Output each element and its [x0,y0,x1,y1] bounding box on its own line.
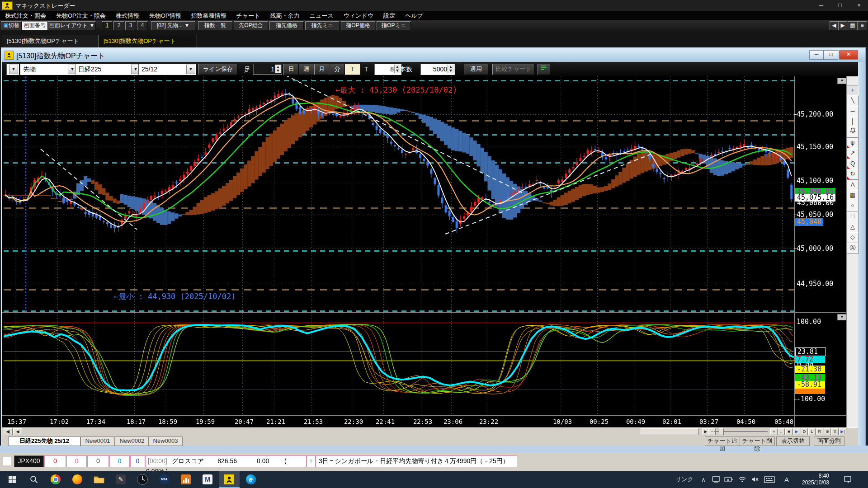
chart-nav-button-＋[interactable]: ＋ [770,428,778,435]
screen-tab-4[interactable]: 4 [137,21,148,30]
price-pane-collapse-icon[interactable]: ▼ [837,78,847,84]
ashi-spinner[interactable] [275,65,281,73]
ashi-input[interactable]: 1 [253,64,282,75]
menu-item[interactable]: チャート [231,11,265,21]
taskbar-clock-icon[interactable] [132,471,153,488]
period-button-4[interactable]: 分 [330,64,345,75]
taskbar-clock[interactable]: 8:402025/10/03 [794,471,837,488]
quick-button[interactable]: 指先ミニ [305,21,340,30]
symbol-dropdown[interactable]: 日経225▼ [75,64,141,75]
chart-nav-button-▶[interactable]: ▶ [793,428,800,435]
period-button-1[interactable]: 日 [283,64,299,75]
chart-sheet-tab[interactable]: 日経225先物 25/12 [8,436,80,446]
quick-button[interactable]: 指OPミニ [377,21,411,30]
text-tool[interactable]: A [847,180,859,191]
period-button-3[interactable]: 月 [314,64,330,75]
chart-nav-button-R[interactable]: R [816,428,823,435]
taskbar-chrome-icon[interactable] [45,471,66,488]
ellipse-tool[interactable]: ○ [847,201,859,211]
compare-chart-button[interactable]: 比較チャート [492,64,535,75]
chart-nav-button-L[interactable]: L [808,428,816,435]
osc-pane-collapse-icon[interactable]: ▼ [837,314,847,320]
app-minimize-button[interactable]: ─ [812,0,830,11]
layout-list-icon[interactable]: ≡ [857,21,867,30]
chart-bottom-button[interactable]: チャート追加 [705,436,740,446]
chart-nav-button-↔[interactable]: ↔ [778,428,785,435]
switch-button[interactable]: ▣切替 [1,21,22,30]
quick-button[interactable]: 指OP価格 [341,21,375,30]
quote-tool[interactable]: Q [847,159,859,169]
trendline-tool[interactable]: ╲ [847,95,859,106]
menu-item[interactable]: 先物OP注文・照会 [51,11,111,21]
chart-minimize-button[interactable]: ─ [809,50,824,60]
trend-arrow-tool[interactable]: ↗ [847,148,859,159]
eraser-tool[interactable]: ◇ [847,232,859,243]
status-symbol[interactable]: JPX400 [14,455,44,467]
hline-tool[interactable]: ─ [847,106,859,117]
taskbar-folder-icon[interactable] [89,471,109,488]
menu-item[interactable]: 設定 [378,11,400,21]
zoom-slider-knob[interactable] [719,428,724,435]
text-eraser-tool[interactable]: Ⓐ [847,243,859,254]
menu-item[interactable]: 株式情報 [111,11,144,21]
tray-ime-keyboard-icon[interactable] [763,471,776,488]
chart-nav-button-■[interactable]: ■ [785,428,793,435]
chart-nav-button-D[interactable]: D [801,428,808,435]
tray-wifi-icon[interactable] [736,471,749,488]
menu-item[interactable]: ウィンドウ [338,11,378,21]
mdi-tab[interactable]: [5130]指数先物OPチャート [2,35,100,48]
cycle-tool[interactable]: ↻ [847,169,859,180]
app-maximize-button[interactable]: □ [831,0,849,11]
app-close-button[interactable]: × [850,0,868,11]
chart-bottom-button[interactable]: 表示切替 [776,436,810,446]
window-next-icon[interactable]: ▶ [838,21,847,30]
alert-tool[interactable] [847,127,859,138]
chart-window-titlebar[interactable] [2,48,865,62]
screen-tab-2[interactable]: 2 [113,21,124,30]
crosshair-tool[interactable]: ＋ [847,85,859,96]
chart-canvas[interactable] [2,76,846,427]
screen-number-button[interactable]: 画面番号 [22,21,48,30]
vline-tool[interactable]: │ [847,117,859,127]
bars-count-input[interactable]: 5000 [420,64,455,75]
status-checkbox[interactable] [3,457,11,465]
save-lines-button[interactable]: ライン保存 [198,64,238,75]
news-up-icon[interactable]: ↑ [307,455,316,467]
menu-item[interactable]: 残高・余力 [265,11,305,21]
screen-tab-3[interactable]: 3 [125,21,136,30]
taskbar-mt4-icon[interactable]: MT4 [154,471,175,488]
quick-button[interactable]: 先OP総合 [234,21,268,30]
mini-dropdown[interactable]: ▼ [6,64,19,75]
chart-sheet-tab[interactable]: New0003 [148,436,183,446]
apply-button[interactable]: 適用 [464,64,488,75]
taskbar-search-icon[interactable] [24,471,44,488]
bars-spinner[interactable] [448,65,454,73]
screen-layout-button[interactable]: 画面レイアウト ▼ [48,21,96,30]
chart-maximize-button[interactable]: □ [824,50,838,60]
tray-volume-muted-icon[interactable] [749,471,761,488]
taskbar-firefox-icon[interactable] [67,471,88,488]
notification-center-icon[interactable] [840,471,855,488]
news-ticker[interactable]: 3日＝シンガポール・日経平均先物寄り付き４万4990円（－25円） [316,455,517,467]
taskbar-monex-icon[interactable] [219,471,240,488]
tray-cast-icon[interactable] [710,471,722,488]
chart-nav-button-▶|[interactable]: ▶| [839,428,846,435]
tray-chevron-up-icon[interactable]: ∧ [698,471,709,488]
chart-bottom-button[interactable]: チャート削除 [740,436,775,446]
rectangle-tool[interactable]: □ [847,211,859,222]
tray-battery-icon[interactable]: ✕ [722,471,735,488]
menu-item[interactable]: 先物OP情報 [144,11,186,21]
fan-tool[interactable]: ψ [847,138,859,149]
preset-dropdown[interactable]: [02] 先物... ▼ [151,21,195,30]
contract-dropdown[interactable]: 25/12▼ [138,64,196,75]
chart-sheet-tab[interactable]: New0001 [80,436,115,446]
triangle-tool[interactable]: △ [847,222,859,233]
market-dropdown[interactable]: 先物▼ [20,64,78,75]
mdi-tab[interactable]: [5130]指数先物OPチャート [99,35,197,48]
scroll-left-button[interactable]: ◀ [13,428,22,435]
grid-tool[interactable]: ▦ [847,190,859,201]
tick-period-button[interactable]: T [345,64,360,75]
menu-item[interactable]: ヘルプ [400,11,428,21]
chart-nav-button-⊕[interactable]: ⊕ [824,428,831,435]
layout-grid-icon[interactable]: ▦ [848,21,858,30]
